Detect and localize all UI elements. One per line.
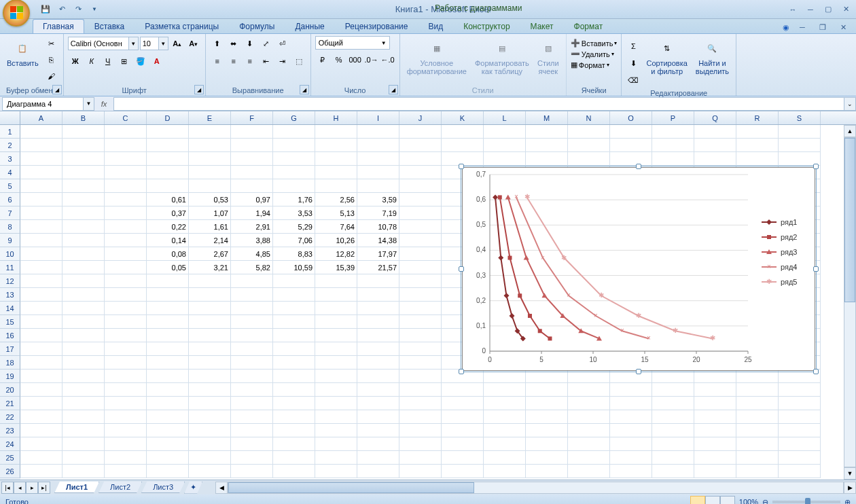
cell[interactable]: [189, 274, 231, 288]
col-header-G[interactable]: G: [273, 111, 315, 124]
row-header-14[interactable]: 14: [0, 302, 20, 315]
percent-button[interactable]: %: [332, 52, 346, 67]
cell[interactable]: 1,94: [231, 206, 273, 220]
cell[interactable]: [526, 152, 568, 166]
cell[interactable]: [610, 383, 652, 397]
col-header-M[interactable]: M: [526, 111, 568, 124]
row-header-4[interactable]: 4: [0, 166, 20, 179]
row-header-16[interactable]: 16: [0, 329, 20, 342]
number-format-combo[interactable]: Общий▼: [315, 36, 390, 50]
cell[interactable]: 5,13: [315, 206, 357, 220]
cell[interactable]: [105, 342, 147, 356]
col-header-I[interactable]: I: [357, 111, 399, 124]
cell[interactable]: [652, 465, 694, 478]
cell[interactable]: [20, 356, 63, 370]
cell[interactable]: [63, 437, 105, 451]
cell[interactable]: [357, 315, 399, 329]
cell[interactable]: [273, 437, 315, 451]
name-box[interactable]: Диаграмма 4: [2, 97, 84, 111]
cell[interactable]: 5,82: [231, 261, 273, 274]
cell[interactable]: [399, 247, 442, 261]
cell[interactable]: [315, 315, 357, 329]
find-select-button[interactable]: 🔍Найти и выделить: [693, 36, 732, 88]
cell[interactable]: [315, 152, 357, 166]
cell[interactable]: [357, 437, 399, 451]
cell[interactable]: [779, 424, 821, 437]
cell[interactable]: [399, 152, 442, 166]
cell[interactable]: [357, 179, 399, 193]
office-button[interactable]: [3, 0, 30, 26]
cell[interactable]: [273, 315, 315, 329]
cell[interactable]: [189, 437, 231, 451]
cell[interactable]: [63, 261, 105, 274]
tab-view[interactable]: Вид: [418, 19, 453, 33]
indent-decrease-button[interactable]: ⇤: [259, 54, 274, 69]
cell[interactable]: [357, 166, 399, 179]
font-size-dropdown[interactable]: ▼: [159, 37, 168, 50]
new-sheet-button[interactable]: ✦: [184, 482, 202, 494]
delete-cells-button[interactable]: ➖Удалить▾: [571, 50, 618, 58]
zoom-slider[interactable]: [772, 501, 840, 503]
cell[interactable]: [315, 437, 357, 451]
arrows-icon[interactable]: ↔: [785, 3, 800, 16]
cell[interactable]: 1,07: [189, 206, 231, 220]
cell[interactable]: [189, 410, 231, 424]
col-header-C[interactable]: C: [105, 111, 147, 124]
col-header-P[interactable]: P: [652, 111, 694, 124]
row-header-13[interactable]: 13: [0, 288, 20, 302]
select-all-corner[interactable]: [0, 111, 20, 124]
cell[interactable]: [105, 383, 147, 397]
cell[interactable]: [652, 451, 694, 465]
row-header-24[interactable]: 24: [0, 437, 20, 451]
cell[interactable]: [736, 397, 779, 410]
cell[interactable]: [105, 356, 147, 370]
tab-insert[interactable]: Вставка: [84, 19, 135, 33]
cell[interactable]: [736, 410, 779, 424]
row-header-3[interactable]: 3: [0, 152, 20, 166]
cell[interactable]: [20, 152, 63, 166]
font-name-input[interactable]: [68, 37, 129, 50]
cell[interactable]: [442, 465, 484, 478]
row-header-18[interactable]: 18: [0, 356, 20, 370]
cell[interactable]: [231, 274, 273, 288]
fx-icon[interactable]: fx: [94, 100, 113, 108]
tab-formulas[interactable]: Формулы: [229, 19, 285, 33]
cells-grid[interactable]: 0,610,530,971,762,563,590,371,071,943,53…: [20, 125, 856, 480]
cell[interactable]: [63, 125, 105, 139]
cell[interactable]: [20, 451, 63, 465]
cell[interactable]: [105, 152, 147, 166]
align-right-button[interactable]: ≡: [243, 54, 257, 69]
normal-view-button[interactable]: [690, 496, 705, 504]
cell[interactable]: 0,97: [231, 193, 273, 206]
cell[interactable]: [442, 424, 484, 437]
cell[interactable]: [105, 410, 147, 424]
cell[interactable]: [147, 288, 189, 302]
cell[interactable]: [147, 424, 189, 437]
cell[interactable]: [189, 329, 231, 342]
cell[interactable]: 2,91: [231, 220, 273, 234]
cell[interactable]: [399, 342, 442, 356]
cell[interactable]: [20, 274, 63, 288]
cell[interactable]: [20, 166, 63, 179]
cell[interactable]: 12,82: [315, 247, 357, 261]
col-header-E[interactable]: E: [189, 111, 231, 124]
resize-handle-nw[interactable]: [459, 164, 464, 169]
row-header-2[interactable]: 2: [0, 139, 20, 152]
cell[interactable]: [231, 288, 273, 302]
cell[interactable]: [189, 383, 231, 397]
scroll-up-button[interactable]: ▲: [844, 125, 856, 137]
tab-chart-design[interactable]: Конструктор: [453, 19, 520, 33]
maximize-button[interactable]: ▢: [821, 3, 836, 16]
cell[interactable]: [526, 139, 568, 152]
scroll-down-button[interactable]: ▼: [844, 467, 856, 480]
cell[interactable]: [20, 424, 63, 437]
cell[interactable]: [399, 397, 442, 410]
font-size-input[interactable]: [140, 37, 159, 50]
cell[interactable]: [105, 315, 147, 329]
cell[interactable]: [20, 465, 63, 478]
cell[interactable]: [273, 465, 315, 478]
cell[interactable]: [231, 315, 273, 329]
cell[interactable]: [273, 370, 315, 383]
cell[interactable]: [568, 383, 610, 397]
cell[interactable]: [484, 397, 526, 410]
